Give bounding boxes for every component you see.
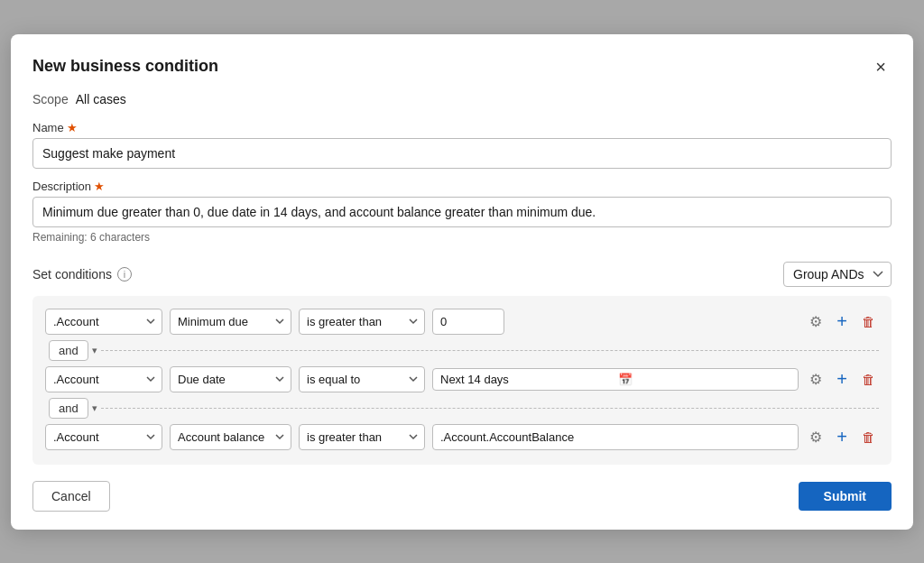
modal-footer: Cancel Submit <box>32 481 892 512</box>
account-select-3[interactable]: .Account .Case .Customer <box>45 424 162 450</box>
and-row-2: and ▾ <box>45 398 879 419</box>
account-select-1[interactable]: .Account .Case .Customer <box>45 309 162 335</box>
field-select-3[interactable]: Account balance Minimum due Due date <box>170 424 291 450</box>
operator-select-3[interactable]: is greater than is equal to is less than <box>299 424 425 450</box>
and-row-1: and ▾ <box>45 340 879 361</box>
account-select-2[interactable]: .Account .Case .Customer <box>45 366 162 392</box>
add-button-2[interactable]: + <box>833 368 851 390</box>
gear-button-2[interactable]: ⚙ <box>806 369 826 390</box>
operator-select-1[interactable]: is greater than is equal to is less than <box>299 309 425 335</box>
value-input-1[interactable] <box>432 309 504 335</box>
condition-row-3: .Account .Case .Customer Account balance… <box>45 424 879 450</box>
date-input-wrap-2: Next 14 days 📅 <box>432 368 799 391</box>
gear-button-1[interactable]: ⚙ <box>806 311 826 332</box>
remaining-text: Remaining: 6 characters <box>32 231 892 244</box>
add-button-1[interactable]: + <box>833 310 851 332</box>
modal-header: New business condition × <box>32 56 892 78</box>
field-select-1[interactable]: Minimum due Due date Account balance <box>170 309 291 335</box>
cancel-button[interactable]: Cancel <box>32 481 110 512</box>
description-field-group: Description ★ Remaining: 6 characters <box>32 180 892 244</box>
submit-button[interactable]: Submit <box>799 482 892 511</box>
conditions-area: .Account .Case .Customer Minimum due Due… <box>32 296 892 465</box>
description-required-star: ★ <box>94 180 105 193</box>
description-label: Description ★ <box>32 180 892 193</box>
and-badge-1: and <box>49 340 88 361</box>
scope-value: All cases <box>76 92 126 106</box>
and-chevron-2[interactable]: ▾ <box>92 402 97 414</box>
dashed-line-2 <box>101 408 879 409</box>
scope-row: Scope All cases <box>32 92 892 106</box>
info-icon: i <box>117 267 132 282</box>
delete-button-2[interactable]: 🗑 <box>858 370 879 389</box>
date-value-2: Next 14 days <box>440 373 613 386</box>
scope-label: Scope <box>32 92 69 106</box>
gear-button-3[interactable]: ⚙ <box>806 427 826 448</box>
conditions-section: Set conditions i Group ANDs Group ORs .A… <box>32 262 892 465</box>
and-badge-2: and <box>49 398 88 419</box>
condition-row-1: .Account .Case .Customer Minimum due Due… <box>45 309 879 335</box>
operator-select-2[interactable]: is equal to is greater than is less than <box>299 366 425 392</box>
conditions-label: Set conditions i <box>32 267 132 282</box>
delete-button-1[interactable]: 🗑 <box>858 312 879 331</box>
group-mode-select[interactable]: Group ANDs Group ORs <box>783 262 892 287</box>
modal: New business condition × Scope All cases… <box>11 34 913 530</box>
modal-overlay: New business condition × Scope All cases… <box>0 0 924 563</box>
description-input[interactable] <box>32 197 892 227</box>
dashed-line-1 <box>101 350 879 351</box>
field-select-2[interactable]: Due date Minimum due Account balance <box>170 366 291 392</box>
value-input-3[interactable] <box>432 424 799 450</box>
delete-button-3[interactable]: 🗑 <box>858 428 879 447</box>
close-button[interactable]: × <box>870 56 892 78</box>
and-chevron-1[interactable]: ▾ <box>92 345 97 356</box>
conditions-header: Set conditions i Group ANDs Group ORs <box>32 262 892 287</box>
condition-row-2: .Account .Case .Customer Due date Minimu… <box>45 366 879 392</box>
name-field-group: Name ★ <box>32 121 892 169</box>
calendar-icon-2[interactable]: 📅 <box>618 373 790 386</box>
name-label: Name ★ <box>32 121 892 134</box>
name-required-star: ★ <box>67 121 78 134</box>
name-input[interactable] <box>32 138 892 169</box>
add-button-3[interactable]: + <box>833 426 851 448</box>
modal-title: New business condition <box>32 57 218 76</box>
